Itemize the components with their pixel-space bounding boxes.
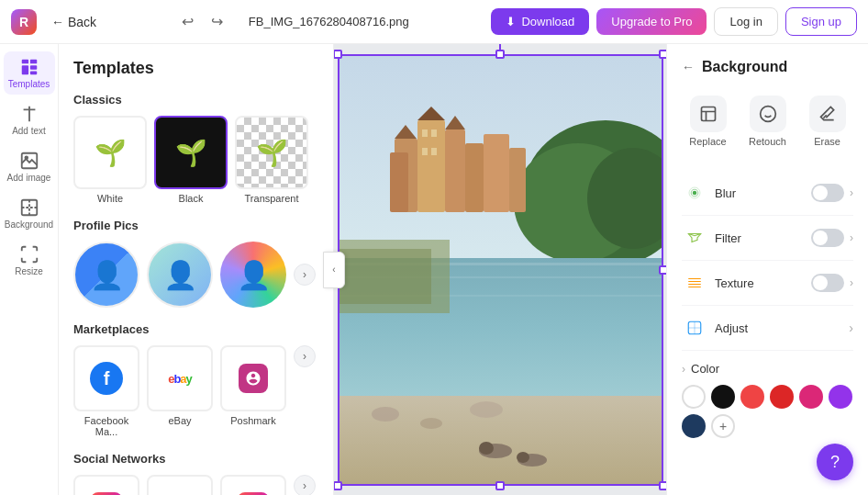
person-silhouette-1: 👤 (90, 259, 124, 291)
add-text-icon (19, 104, 39, 124)
handle-bottom-left[interactable] (334, 481, 342, 490)
retouch-label: Retouch (749, 136, 786, 147)
toggle-blur-left: Blur (682, 180, 736, 206)
color-swatch-pink[interactable] (799, 385, 823, 409)
handle-bottom-right[interactable] (659, 481, 667, 490)
sidebar-item-add-text[interactable]: Add text (4, 98, 55, 141)
color-swatch-crimson[interactable] (770, 385, 794, 409)
toggle-texture[interactable]: Texture › (682, 261, 853, 306)
poshmark-icon (239, 364, 268, 393)
svg-rect-18 (390, 152, 408, 212)
marketplaces-row: f Facebook Ma... ebay eBay Poshmar (73, 345, 318, 437)
upgrade-button[interactable]: Upgrade to Pro (596, 8, 707, 35)
sidebar-item-resize[interactable]: Resize (4, 239, 55, 282)
help-button[interactable]: ? (817, 444, 853, 480)
color-chevron-icon[interactable]: › (682, 363, 685, 376)
social-thumb-instagram-1 (73, 475, 139, 495)
blur-icon (682, 180, 707, 206)
profile-item-2[interactable]: 👤 (147, 242, 213, 308)
handle-top-center[interactable] (495, 50, 505, 59)
main-content: Templates Add text Add image Background … (0, 44, 868, 495)
login-button[interactable]: Log in (714, 7, 777, 36)
svg-rect-25 (431, 148, 437, 155)
social-scroll-right[interactable]: › (294, 475, 316, 495)
sidebar-item-label: Templates (8, 79, 50, 89)
action-replace[interactable]: Replace (682, 90, 734, 152)
color-swatch-purple[interactable] (829, 385, 852, 409)
social-row: › (73, 475, 318, 495)
marketplace-item-ebay[interactable]: ebay eBay (147, 345, 213, 426)
back-arrow-icon: ← (51, 15, 64, 29)
marketplace-item-poshmark[interactable]: Poshmark (220, 345, 286, 426)
template-item-white[interactable]: 🌱 White (73, 116, 147, 204)
texture-label: Texture (715, 276, 754, 290)
sidebar-item-add-image[interactable]: Add image (4, 145, 55, 188)
undo-button[interactable]: ↩ (175, 9, 201, 35)
svg-point-35 (470, 401, 503, 418)
texture-toggle-switch[interactable] (811, 274, 844, 292)
facebook-icon: f (90, 362, 123, 395)
topbar-right: ⬇ Download Upgrade to Pro Log in Sign up (491, 7, 857, 36)
color-section: › Color + (682, 362, 853, 438)
svg-rect-3 (29, 65, 36, 70)
marketplace-item-facebook[interactable]: f Facebook Ma... (73, 345, 139, 437)
handle-top-left[interactable] (334, 50, 342, 59)
download-icon: ⬇ (506, 15, 516, 28)
right-panel-header: ← Background (682, 59, 853, 75)
svg-rect-2 (21, 65, 28, 74)
back-button[interactable]: ← Back (44, 11, 104, 33)
plant-icon: 🌱 (95, 138, 127, 168)
color-swatch-dark-blue[interactable] (682, 414, 706, 438)
template-item-black[interactable]: 🌱 Black (154, 116, 228, 204)
toggle-adjust[interactable]: Adjust › (682, 306, 853, 351)
social-item-instagram-1[interactable] (73, 475, 139, 495)
social-item-blank[interactable] (147, 475, 213, 495)
template-item-transparent[interactable]: 🌱 Transparent (235, 116, 308, 204)
profile-item-3[interactable]: 👤 (220, 242, 286, 308)
action-erase[interactable]: Erase (801, 90, 853, 152)
download-button[interactable]: ⬇ Download (491, 8, 589, 35)
svg-rect-4 (29, 72, 36, 75)
color-swatch-red[interactable] (740, 385, 764, 409)
color-swatch-black[interactable] (711, 385, 735, 409)
adjust-icon (682, 315, 707, 341)
panel-collapse-button[interactable]: ‹ (323, 252, 345, 288)
handle-bottom-center[interactable] (495, 481, 505, 490)
color-section-header: › Color (682, 362, 853, 376)
toggle-texture-right: › (811, 274, 853, 292)
right-panel-back-icon[interactable]: ← (682, 60, 695, 74)
sidebar-item-background[interactable]: Background (4, 192, 55, 235)
filter-label: Filter (715, 231, 741, 245)
canvas-area[interactable] (334, 44, 666, 495)
profile-item-1[interactable]: 👤 (73, 242, 139, 308)
color-add-button[interactable]: + (711, 414, 735, 438)
classics-section-title: Classics (73, 93, 318, 107)
blur-toggle-switch[interactable] (811, 184, 844, 202)
login-label: Log in (729, 15, 762, 28)
profile-pics-row: 👤 👤 👤 › (73, 242, 318, 308)
handle-top-right[interactable] (659, 50, 667, 59)
blur-chevron: › (850, 186, 853, 199)
signup-button[interactable]: Sign up (785, 7, 857, 36)
social-item-instagram-2[interactable] (220, 475, 286, 495)
topbar: R ← Back ↩ ↪ FB_IMG_1676280408716.png ⬇ … (0, 0, 868, 44)
toggle-blur[interactable]: Blur › (682, 171, 853, 216)
profile-scroll-right[interactable]: › (294, 264, 316, 286)
handle-middle-right[interactable] (659, 265, 667, 275)
svg-point-33 (372, 407, 399, 422)
toggle-filter[interactable]: Filter › (682, 216, 853, 261)
action-retouch[interactable]: Retouch (741, 90, 794, 152)
toggle-adjust-right: › (849, 321, 853, 335)
marketplace-scroll-right[interactable]: › (294, 345, 316, 367)
filter-toggle-switch[interactable] (811, 229, 844, 247)
toggle-filter-right: › (811, 229, 853, 247)
blur-label: Blur (715, 186, 736, 200)
color-swatch-white[interactable] (682, 385, 706, 409)
color-swatches: + (682, 385, 853, 438)
topbar-left: R ← Back (11, 9, 104, 35)
sidebar-item-label: Add image (7, 173, 51, 183)
template-thumb-white: 🌱 (73, 116, 147, 189)
sidebar-item-templates[interactable]: Templates (4, 51, 55, 95)
collapse-icon: ‹ (332, 264, 335, 275)
redo-button[interactable]: ↪ (205, 9, 230, 35)
